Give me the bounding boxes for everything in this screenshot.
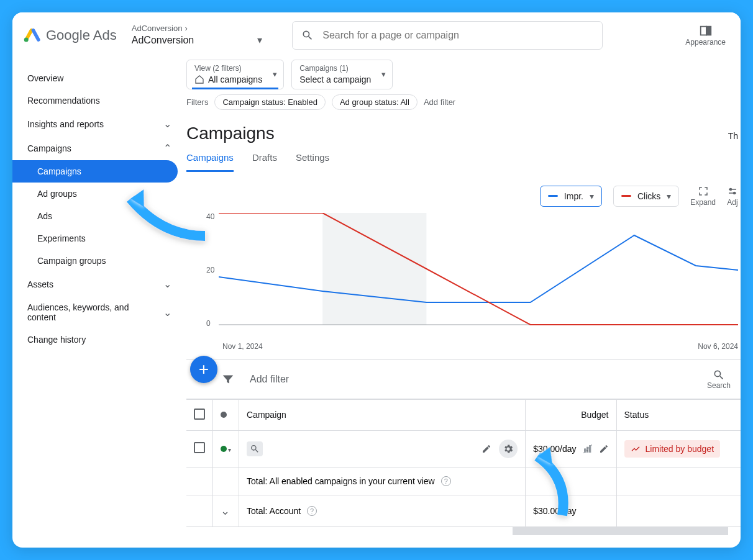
tabs: Campaigns Drafts Settings: [186, 152, 741, 172]
x-end: Nov 6, 2024: [698, 342, 738, 351]
search-box[interactable]: [292, 21, 603, 50]
total-account-budget: $30.00/day: [533, 506, 576, 516]
caret-down-icon: ▾: [381, 69, 386, 79]
campaign-selector[interactable]: Campaigns (1) Select a campaign ▾: [291, 60, 393, 89]
gear-icon: [503, 443, 514, 454]
select-all-checkbox[interactable]: [194, 409, 205, 420]
line-chart: 40 20 0: [186, 213, 741, 337]
trend-icon: [631, 444, 641, 454]
sidebar-sub-ads[interactable]: Ads: [12, 205, 186, 227]
view-selector-value: All campaigns: [208, 74, 262, 85]
metric1-selector[interactable]: Impr. ▾: [540, 186, 602, 207]
table-search[interactable]: Search: [707, 369, 731, 390]
sidebar-item-campaigns[interactable]: Campaigns ⌃: [12, 136, 186, 160]
home-icon: [194, 75, 204, 84]
svg-point-3: [730, 188, 732, 190]
view-selector-label: View (2 filters): [194, 64, 262, 74]
table-filter-row: Add filter Search: [186, 359, 741, 399]
sidebar-item-change-history[interactable]: Change history: [12, 328, 186, 351]
product-logo: Google Ads: [24, 27, 117, 44]
sidebar-sub-ad-groups[interactable]: Ad groups: [12, 183, 186, 205]
sidebar-sub-campaign-groups[interactable]: Campaign groups: [12, 250, 186, 272]
status-dot-enabled[interactable]: [221, 446, 227, 452]
chevron-down-icon: ⌄: [163, 278, 171, 290]
total-account-label: Total: Account: [247, 506, 301, 516]
brand-text: Google Ads: [46, 27, 117, 43]
chart-off-icon[interactable]: [583, 444, 593, 454]
sidebar-sub-campaigns[interactable]: Campaigns: [12, 160, 178, 183]
chevron-down-icon[interactable]: ⌄: [221, 505, 230, 517]
caret-down-icon: ▾: [273, 69, 277, 79]
expand-icon: [698, 186, 709, 197]
sidebar-item-recommendations[interactable]: Recommendations: [12, 89, 186, 112]
adjust-button[interactable]: Adj: [727, 186, 738, 207]
chevron-down-icon: ⌄: [163, 307, 171, 318]
y-tick-0: 0: [206, 319, 211, 328]
help-icon[interactable]: ?: [307, 506, 317, 516]
tab-campaigns[interactable]: Campaigns: [186, 152, 234, 172]
expand-button[interactable]: Expand: [690, 186, 716, 207]
account-breadcrumb: AdConversion: [132, 24, 183, 34]
pencil-icon[interactable]: [599, 444, 609, 454]
total-view-label: Total: All enabled campaigns in your cur…: [247, 476, 435, 486]
sidebar-item-insights[interactable]: Insights and reports ⌄: [12, 112, 186, 136]
filter-pill-status[interactable]: Campaign status: Enabled: [214, 94, 325, 110]
view-row: View (2 filters) All campaigns ▾ Campaig…: [186, 60, 741, 94]
status-badge[interactable]: Limited by budget: [624, 440, 721, 458]
table-search-label: Search: [707, 381, 731, 390]
table-row[interactable]: ▾: [186, 430, 741, 467]
svg-rect-1: [700, 27, 706, 35]
expand-label: Expand: [690, 198, 716, 207]
sidebar-sub-experiments[interactable]: Experiments: [12, 227, 186, 250]
appearance-toggle[interactable]: Appearance: [685, 24, 726, 47]
row-checkbox[interactable]: [194, 442, 205, 453]
account-selector[interactable]: AdConversion › AdConversion ▾: [132, 24, 263, 47]
svg-point-0: [24, 38, 29, 42]
status-header-icon: [221, 412, 227, 418]
clipped-text: Th: [728, 131, 741, 141]
sidebar-item-audiences[interactable]: Audiences, keywords, and content ⌄: [12, 296, 186, 328]
search-input[interactable]: [321, 29, 593, 42]
adjust-icon: [727, 186, 738, 197]
settings-gear[interactable]: [499, 440, 518, 458]
horizontal-scrollbar[interactable]: [513, 526, 728, 535]
filter-pill-adgroup[interactable]: Ad group status: All: [332, 94, 418, 110]
tab-settings[interactable]: Settings: [296, 152, 329, 172]
metric2-selector[interactable]: Clicks ▾: [613, 186, 679, 207]
campaigns-table: Campaign Budget Status ▾: [186, 399, 741, 527]
pencil-icon[interactable]: [481, 444, 491, 454]
help-icon[interactable]: ?: [441, 476, 451, 486]
col-status[interactable]: Status: [616, 399, 741, 430]
caret-down-icon: ▾: [667, 191, 671, 201]
col-campaign[interactable]: Campaign: [239, 399, 526, 430]
view-selector[interactable]: View (2 filters) All campaigns ▾: [186, 60, 284, 89]
metric2-label: Clicks: [637, 191, 660, 201]
search-icon: [301, 29, 314, 42]
status-text: Limited by budget: [646, 444, 714, 454]
campaign-type-icon: [247, 441, 263, 456]
topbar: Google Ads AdConversion › AdConversion ▾…: [12, 12, 741, 56]
filter-icon[interactable]: [221, 373, 235, 386]
chevron-down-icon: ⌄: [163, 118, 171, 130]
tab-drafts[interactable]: Drafts: [252, 152, 277, 172]
col-budget[interactable]: Budget: [526, 399, 616, 430]
chevron-right-icon: ›: [185, 24, 187, 34]
caret-down-icon: ▾: [257, 34, 262, 46]
page-title: Campaigns: [186, 124, 275, 143]
account-name: AdConversion: [132, 34, 194, 46]
chart-shaded-band: [322, 213, 426, 325]
main: View (2 filters) All campaigns ▾ Campaig…: [186, 56, 741, 548]
campaign-name-redacted: [269, 442, 475, 456]
appearance-icon: [699, 24, 713, 38]
chart-x-labels: Nov 1, 2024 Nov 6, 2024: [222, 342, 741, 351]
caret-down-icon: ▾: [228, 446, 231, 453]
create-fab[interactable]: +: [190, 356, 217, 383]
metric1-label: Impr.: [564, 191, 583, 201]
y-tick-40: 40: [206, 212, 214, 221]
campaign-selector-label: Campaigns (1): [299, 64, 371, 74]
table-add-filter[interactable]: Add filter: [250, 374, 289, 385]
google-ads-icon: [24, 27, 41, 44]
add-filter-link[interactable]: Add filter: [424, 97, 455, 107]
sidebar-item-assets[interactable]: Assets ⌄: [12, 272, 186, 296]
sidebar-item-overview[interactable]: Overview: [12, 67, 186, 89]
